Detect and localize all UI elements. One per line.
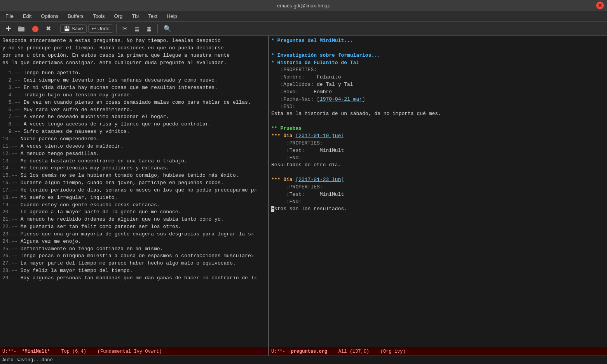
- menu-text[interactable]: Text: [146, 12, 160, 20]
- save-icon: 💾: [64, 26, 70, 31]
- menu-options[interactable]: Options: [38, 12, 61, 20]
- org-text-historia: Esta es la historia de un sábado, de no …: [271, 110, 605, 118]
- close-button[interactable]: ✕: [596, 2, 604, 9]
- left-editor-pane[interactable]: Responda sinceramente a estas preguntas.…: [0, 36, 269, 347]
- list-item: 11.-- A veces siento deseos de maldecir.: [2, 143, 266, 150]
- list-item: 6.-- Muy rara vez sufro de estreñimiento…: [2, 106, 266, 114]
- main-area: Responda sinceramente a estas preguntas.…: [0, 36, 607, 347]
- undo-label: Undo: [98, 26, 110, 31]
- list-item: 19.-- Cuando estoy con gente escucho cos…: [2, 202, 266, 209]
- list-item: 27.-- La mayor parte del tiempo me parec…: [2, 260, 266, 267]
- org-blank-3: [271, 169, 605, 176]
- titlebar: emacs-gtk@linux-hmqz ✕: [0, 0, 607, 11]
- svg-rect-0: [18, 27, 24, 31]
- list-item: 10.-- Nadie parece comprenderme.: [2, 136, 266, 143]
- org-heading-fulanito: * Historia de Fulanito de Tal: [271, 59, 605, 67]
- org-properties-3: :PROPERTIES:: [271, 184, 605, 191]
- menu-org[interactable]: Org: [112, 12, 125, 20]
- list-item: 4.-- Trabajo bajo una tensión muy grande…: [2, 92, 266, 99]
- org-prop-sexo: :Sexo: Hombre: [271, 89, 605, 96]
- menubar: File Edit Options Buffers Tools Org Tbl …: [0, 11, 607, 22]
- paste-button[interactable]: ▦: [144, 24, 154, 33]
- list-item: 28.-- Soy feliz la mayor tiempo del tiem…: [2, 267, 266, 275]
- open-file-button[interactable]: [15, 24, 28, 33]
- list-item: 14.-- He tenido experiencias muy peculia…: [2, 165, 266, 172]
- right-editor-pane[interactable]: * Preguntas del MiniMult... * Investigac…: [269, 36, 607, 347]
- list-item: 22.-- Me gustaría ser tan feliz como par…: [2, 223, 266, 231]
- copy-button[interactable]: ▤: [132, 24, 142, 33]
- org-prop-test1: :Test: MiniMult: [271, 147, 605, 155]
- org-text-resultados2: Estos son los resultados.: [271, 206, 605, 213]
- status-left: U:**- *MiniMult* Top (6,4) (Fundamental …: [0, 347, 269, 355]
- org-heading-1: * Preguntas del MiniMult...: [271, 37, 605, 45]
- org-properties-2: :PROPERTIES:: [271, 140, 605, 147]
- list-item: 13.-- Me cuesta bastante concentrarme en…: [2, 158, 266, 165]
- list-item: 1.-- Tengo buen apetito.: [2, 70, 266, 77]
- list-item: 25.-- Definitivamente no tengo confianza…: [2, 246, 266, 253]
- list-item: 26.-- Tengo pocas o ninguna molestia a c…: [2, 253, 266, 260]
- org-end-2: :END:: [271, 155, 605, 162]
- org-end-1: :END:: [271, 103, 605, 111]
- menu-edit[interactable]: Edit: [21, 12, 34, 20]
- org-heading-pruebas: ** Pruebas: [271, 125, 605, 132]
- org-prop-nombre: :Nombre: Fulanito: [271, 74, 605, 81]
- title-text: emacs-gtk@linux-hmqz: [277, 3, 330, 9]
- toolbar: ✚ ⬤ ✖ 💾 Save ↩ Undo ✂ ▤ ▦ 🔍: [0, 22, 607, 36]
- list-item: 16.-- Durante algún tiempo, cuado era jo…: [2, 179, 266, 187]
- status-left-text: U:**- *MiniMult* Top (6,4) (Fundamental …: [2, 349, 162, 354]
- cut-button[interactable]: ✂: [120, 24, 130, 33]
- org-text-resultados1: Resultados de otro día.: [271, 162, 605, 169]
- org-blank-1: [271, 45, 605, 52]
- minibuffer: Auto-saving...done: [0, 355, 607, 364]
- list-item: 29.-- Hay algunas personas tan mandonas …: [2, 275, 266, 282]
- menu-tools[interactable]: Tools: [91, 12, 107, 20]
- toolbar-separator-2: [116, 24, 117, 33]
- list-item: 20.-- Le agrado a la mayor parte de la g…: [2, 209, 266, 216]
- org-end-3: :END:: [271, 199, 605, 206]
- minibuffer-text: Auto-saving...done: [2, 357, 53, 363]
- org-blank-2: [271, 118, 605, 125]
- revert-buffer-button[interactable]: ⬤: [29, 24, 42, 33]
- svg-rect-1: [18, 26, 21, 28]
- new-file-button[interactable]: ✚: [3, 24, 14, 33]
- list-item: 9.-- Sufro ataques de náuseas y vómitos.: [2, 128, 266, 136]
- list-item: 15.-- Si los demás no se la hubieran tom…: [2, 172, 266, 179]
- list-item: 5.-- De vez en cuando pienso en cosas de…: [2, 99, 266, 106]
- toolbar-separator-1: [57, 24, 57, 33]
- folder-icon: [18, 25, 25, 32]
- list-item: 2.-- Casi siempre me levanto por las mañ…: [2, 77, 266, 84]
- save-label: Save: [72, 26, 83, 31]
- list-item: 18.-- Mi sueño es irregular, inquieto.: [2, 194, 266, 202]
- toolbar-separator-3: [157, 24, 158, 33]
- org-heading-dia2: *** Día [2017-01-23 lun]: [271, 176, 605, 184]
- org-prop-test2: :Test: MiniMult: [271, 191, 605, 199]
- menu-tbl[interactable]: Tbl: [129, 12, 141, 20]
- status-right-text: U:**- preguntas.org All (137,0) (Org ivy…: [271, 349, 406, 354]
- question-list: 1.-- Tengo buen apetito. 2.-- Casi siemp…: [2, 70, 266, 282]
- list-item: 21.-- A menudo he recibido órdenes de al…: [2, 216, 266, 223]
- list-item: 23.-- Pienso que una gran mayoría de gen…: [2, 231, 266, 238]
- list-item: 7.-- A veces he deseado muchísimo abando…: [2, 113, 266, 121]
- status-bar: U:**- *MiniMult* Top (6,4) (Fundamental …: [0, 347, 607, 355]
- status-top-label: Top: [61, 349, 70, 354]
- menu-help[interactable]: Help: [164, 12, 180, 20]
- org-content: * Preguntas del MiniMult... * Investigac…: [271, 37, 605, 213]
- org-prop-fecha: :Fecha-Nac: [1970-04-21 mar]: [271, 96, 605, 103]
- undo-icon: ↩: [92, 26, 96, 31]
- close-file-button[interactable]: ✖: [43, 24, 54, 33]
- org-prop-apellidos: :Apellidos: de Tal y Tal: [271, 81, 605, 89]
- list-item: 17.-- He tenido períodos de días, semana…: [2, 187, 266, 194]
- list-item: 12.-- A menudo tengo pesadillas.: [2, 150, 266, 158]
- org-heading-investigate: * Investigación sobre formularios...: [271, 52, 605, 59]
- menu-buffers[interactable]: Buffers: [65, 12, 86, 20]
- org-heading-dia1: *** Día [2017-01-19 jue]: [271, 132, 605, 140]
- undo-button[interactable]: ↩ Undo: [88, 24, 113, 33]
- org-properties-1: :PROPERTIES:: [271, 66, 605, 74]
- menu-file[interactable]: File: [3, 12, 16, 20]
- list-item: 8.-- A veces tengo accesos de risa y lla…: [2, 121, 266, 128]
- intro-paragraph: Responda sinceramente a estas preguntas.…: [2, 37, 266, 66]
- list-item: 3.-- En mi vida diaria hay muchas cosas …: [2, 84, 266, 92]
- search-button[interactable]: 🔍: [161, 24, 174, 33]
- list-item: 24.-- Alguna vez me enojo.: [2, 238, 266, 246]
- save-button[interactable]: 💾 Save: [60, 24, 87, 33]
